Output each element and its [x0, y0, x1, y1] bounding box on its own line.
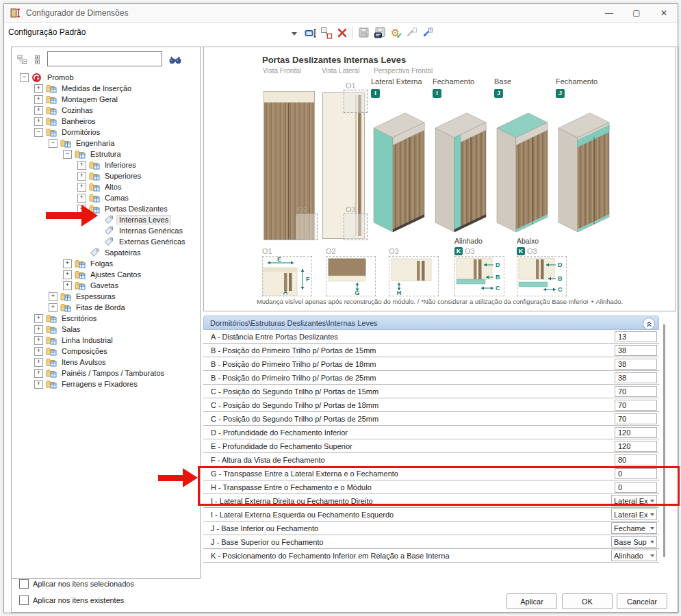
- tree-expander-collapse[interactable]: −: [34, 128, 43, 137]
- tree-expander-expand[interactable]: +: [34, 369, 43, 378]
- svg-text:B: B: [558, 275, 563, 282]
- tree-item-espessuras[interactable]: +Espessuras: [13, 291, 198, 302]
- tree-item-escritorios[interactable]: +Escritórios: [13, 313, 198, 324]
- row-value-input[interactable]: [615, 359, 657, 370]
- tree-expander-expand[interactable]: +: [34, 358, 43, 367]
- row-value-select[interactable]: Lateral Ex: [611, 509, 657, 520]
- row-value-input[interactable]: [615, 427, 657, 438]
- tree-expander-expand[interactable]: +: [49, 292, 57, 301]
- cabinet-label: Lateral Externa: [371, 77, 430, 86]
- tree-item-cozinhas[interactable]: +Cozinhas: [13, 105, 198, 116]
- rename-config-icon[interactable]: [303, 25, 318, 40]
- tree-item-label: Internas Genéricas: [117, 227, 185, 235]
- row-value-input[interactable]: [615, 372, 657, 383]
- row-value-input[interactable]: [615, 454, 657, 465]
- tree-item-folgas[interactable]: +Folgas: [13, 258, 198, 269]
- folder-icon: [46, 379, 57, 389]
- tree-item-dormitorios[interactable]: −Dormitórios: [13, 127, 198, 138]
- row-value-select[interactable]: Fechame: [611, 522, 657, 534]
- tree-item-salas[interactable]: +Salas: [13, 324, 198, 335]
- duplicate-config-icon[interactable]: [318, 25, 334, 40]
- apply-button[interactable]: Aplicar: [506, 593, 557, 609]
- tree-item-itens-avulsos[interactable]: +Itens Avulsos: [13, 357, 198, 368]
- tree-expander-expand[interactable]: +: [34, 84, 43, 93]
- row-label: C - Posição do Segundo Trilho p/ Portas …: [203, 387, 378, 396]
- tree-item-ferragens-e-fixadores[interactable]: +Ferragens e Fixadores: [13, 378, 198, 389]
- tree-expander-expand[interactable]: +: [77, 194, 86, 203]
- tree-expander-expand[interactable]: +: [34, 314, 43, 323]
- tree-expander-collapse[interactable]: −: [49, 139, 57, 148]
- tree-item-medidas-de-insercao[interactable]: +Medidas de Inserção: [13, 83, 198, 94]
- tree-expander-expand[interactable]: +: [34, 325, 43, 334]
- tree-item-gavetas[interactable]: +Gavetas: [13, 280, 198, 291]
- table-row-e-profundidade-do-fechamento-s: E - Profundidade do Fechamento Superior: [203, 439, 659, 453]
- export-config-icon[interactable]: [403, 25, 419, 40]
- tree-item-superiores[interactable]: +Superiores: [13, 170, 198, 181]
- row-value-input[interactable]: [615, 441, 657, 452]
- collapse-table-button[interactable]: [643, 318, 655, 330]
- tree-expander-expand[interactable]: +: [34, 95, 43, 104]
- tree-item-montagem-geral[interactable]: +Montagem Geral: [13, 94, 198, 105]
- tree-expander-expand[interactable]: +: [77, 172, 86, 181]
- tree-item-externas-genericas[interactable]: Externas Genéricas: [13, 236, 198, 247]
- tree-item-fitas-de-borda[interactable]: +Fitas de Borda: [13, 302, 198, 313]
- tree-item-paineis-tampos-tamburatos[interactable]: +Painéis / Tampos / Tamburatos: [13, 368, 198, 378]
- tree-item-inferiores[interactable]: +Inferiores: [13, 159, 198, 170]
- cancel-button[interactable]: Cancelar: [617, 593, 667, 609]
- tree-expander-expand[interactable]: +: [63, 259, 72, 268]
- tree-item-internas-leves[interactable]: Internas Leves: [13, 214, 198, 225]
- tree-expander-collapse[interactable]: −: [20, 73, 29, 82]
- tree-item-portas-deslizantes[interactable]: −Portas Deslizantes: [13, 203, 198, 214]
- tree-expander-expand[interactable]: +: [49, 303, 57, 312]
- apply-existing-checkbox[interactable]: [19, 595, 29, 605]
- row-value-input[interactable]: [615, 400, 657, 411]
- maximize-button[interactable]: ▢: [623, 4, 650, 22]
- tree-item-linha-industrial[interactable]: +Linha Industrial: [13, 335, 198, 346]
- tree-expander-expand[interactable]: +: [34, 347, 43, 356]
- search-icon[interactable]: [166, 52, 184, 67]
- tree-expander-expand[interactable]: +: [34, 336, 43, 345]
- delete-config-icon[interactable]: [334, 25, 350, 40]
- config-dropdown-arrow[interactable]: [292, 32, 297, 36]
- row-value-input[interactable]: [615, 386, 657, 397]
- row-value-input[interactable]: [615, 345, 657, 356]
- apply-config-icon[interactable]: ⚙✓: [387, 25, 403, 40]
- table-scrollbar[interactable]: [663, 324, 665, 557]
- import-config-icon[interactable]: [419, 25, 435, 40]
- tree-item-sapateiras[interactable]: Sapateiras: [13, 247, 198, 258]
- tree-item-banheiros[interactable]: +Banheiros: [13, 116, 198, 127]
- tree-item-promob[interactable]: −Promob: [13, 72, 198, 83]
- expand-all-icon[interactable]: [31, 53, 43, 66]
- search-input[interactable]: [47, 51, 162, 66]
- tree-expander-expand[interactable]: +: [63, 281, 72, 290]
- apply-selected-checkbox[interactable]: [19, 579, 29, 589]
- row-label: C - Posição do Segundo Trilho p/ Portas …: [203, 401, 378, 409]
- tree-expander-expand[interactable]: +: [77, 183, 86, 192]
- tree-expander-expand[interactable]: +: [63, 270, 72, 279]
- tree-item-engenharia[interactable]: −Engenharia: [13, 138, 198, 149]
- save-config-icon[interactable]: [356, 25, 372, 40]
- tree-item-label: Linha Industrial: [60, 336, 115, 344]
- tree-expander-expand[interactable]: +: [34, 380, 43, 389]
- tree-expander-expand[interactable]: +: [77, 161, 86, 170]
- save-config-as-icon[interactable]: [372, 25, 387, 40]
- tree-item-estrutura[interactable]: −Estrutura: [13, 149, 198, 159]
- row-value-input[interactable]: [615, 413, 657, 424]
- ok-button[interactable]: OK: [562, 593, 613, 609]
- close-button[interactable]: ✕: [650, 4, 678, 22]
- row-value-input[interactable]: [615, 331, 657, 342]
- tree-expander-collapse[interactable]: −: [63, 150, 72, 159]
- minimize-button[interactable]: —: [595, 4, 623, 22]
- tree-item-label: Ferragens e Fixadores: [60, 380, 140, 388]
- tree-item-camas[interactable]: +Camas: [13, 192, 198, 203]
- tree-item-internas-genericas[interactable]: Internas Genéricas: [13, 225, 198, 236]
- tree-item-altos[interactable]: +Altos: [13, 181, 198, 192]
- row-value-select[interactable]: Alinhado: [611, 550, 657, 561]
- collapse-all-icon[interactable]: [16, 53, 28, 66]
- tree-item-composicoes[interactable]: +Composições: [13, 346, 198, 357]
- tree-item-label: Internas Leves: [117, 216, 170, 224]
- tree-expander-expand[interactable]: +: [34, 117, 43, 126]
- tree-item-ajustes-cantos[interactable]: +Ajustes Cantos: [13, 269, 198, 280]
- tree-expander-expand[interactable]: +: [34, 106, 43, 115]
- row-value-select[interactable]: Base Sup: [611, 536, 657, 548]
